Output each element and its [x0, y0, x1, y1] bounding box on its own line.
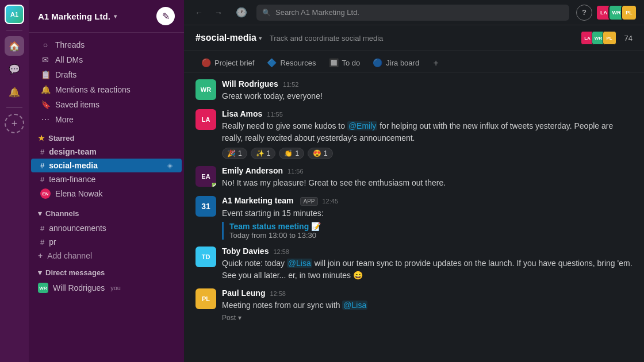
add-tab-button[interactable]: + [428, 56, 443, 71]
starred-label: Starred [48, 134, 75, 143]
tab-project-brief[interactable]: 🔴 Project brief [195, 55, 260, 72]
msg-avatar: LA [195, 109, 216, 130]
reactions: 🎉 1 ✨ 1 👏 1 😍 1 [222, 148, 632, 159]
will-avatar: WR [38, 283, 48, 293]
msg-body: A1 Marketing team APP 12:45 Event starti… [222, 196, 632, 240]
tab-to-do[interactable]: 🔲 To do [323, 55, 366, 72]
dm-label: Direct messages [45, 268, 105, 277]
tab-resources[interactable]: 🔷 Resources [261, 55, 321, 72]
msg-body: Toby Davies 12:58 Quick note: today @Lis… [222, 247, 632, 282]
channel-label: team-finance [49, 175, 95, 184]
channel-chevron: ▾ [259, 35, 262, 41]
msg-text: No! It was my pleasure! Great to see the… [222, 177, 632, 189]
help-label: ? [582, 8, 586, 17]
sidebar-channel-announcements[interactable]: # announcements [31, 221, 182, 235]
channels-section-header[interactable]: ▾ Channels [29, 206, 184, 221]
workspace-name[interactable]: A1 Marketing Ltd. ▾ [38, 11, 117, 21]
sidebar-channel-social-media[interactable]: # social-media ◈ [31, 159, 182, 172]
elena-label: Elena Nowak [55, 189, 103, 198]
search-icon: 🔍 [262, 9, 271, 17]
msg-body: Lisa Amos 11:55 Really need to give some… [222, 109, 632, 159]
tab-jira-board[interactable]: 🔵 Jira board [367, 55, 425, 72]
home-icon[interactable]: 🏠 [5, 36, 24, 56]
sidebar-item-label: More [55, 115, 74, 124]
msg-text: Meeting notes from our sync with @Lisa [222, 299, 632, 311]
hash-icon: # [40, 148, 44, 156]
back-button[interactable]: ← [191, 5, 207, 21]
channel-title-area: #social-media ▾ Track and coordinate soc… [195, 33, 383, 43]
will-label: Will Rodrigues [53, 283, 105, 292]
messages-area[interactable]: WR Will Rodrigues 11:52 Great work today… [184, 72, 644, 362]
all-dms-icon: ✉ [40, 55, 51, 64]
hash-icon: # [40, 175, 44, 184]
channel-name[interactable]: #social-media ▾ [195, 33, 262, 43]
help-button[interactable]: ? [576, 5, 592, 21]
msg-body: Will Rodrigues 11:52 Great work today, e… [222, 79, 632, 102]
sidebar-channel-pr[interactable]: # pr [31, 235, 182, 249]
msg-author: Paul Leung [222, 288, 265, 298]
sidebar-item-all-dms[interactable]: ✉ All DMs [31, 52, 182, 67]
sidebar-item-label: Mentions & reactions [55, 85, 131, 94]
hash-icon: # [40, 161, 44, 170]
user-avatars: LA WR PL [599, 5, 637, 21]
msg-avatar: WR [195, 79, 216, 100]
message-row: LA Lisa Amos 11:55 Really need to give s… [195, 109, 632, 159]
activity-icon[interactable]: 🔔 [5, 82, 24, 102]
compose-button[interactable]: ✎ [156, 7, 175, 25]
msg-header: Lisa Amos 11:55 [222, 109, 632, 118]
channel-label: social-media [49, 161, 98, 170]
starred-header[interactable]: ★ Starred [29, 132, 184, 145]
dm-section-header[interactable]: ▾ Direct messages [29, 265, 184, 280]
reaction-clap[interactable]: 👏 1 [279, 148, 304, 159]
msg-time: 12:58 [270, 290, 286, 297]
msg-time: 12:58 [273, 248, 289, 255]
star-icon: ★ [38, 134, 45, 143]
sidebar-dm-will[interactable]: WR Will Rodrigues you [29, 280, 184, 295]
sidebar-channel-design-team[interactable]: # design-team [31, 145, 182, 159]
history-button[interactable]: 🕐 [233, 5, 250, 21]
quoted-title[interactable]: Team status meeting 📝 [229, 222, 632, 231]
mention-emily[interactable]: @Emily [347, 121, 377, 130]
workspace-icon[interactable]: A1 [5, 5, 24, 24]
post-label: Post [222, 314, 236, 322]
sidebar-item-more[interactable]: ⋯ More [31, 112, 182, 127]
channel-header: #social-media ▾ Track and coordinate soc… [184, 25, 644, 51]
add-channel-button[interactable]: + Add channel [29, 249, 184, 263]
msg-header: Paul Leung 12:58 [222, 288, 632, 298]
you-badge: you [110, 284, 121, 291]
hash-icon: # [40, 224, 44, 233]
to-do-icon: 🔲 [329, 58, 339, 67]
msg-header: Toby Davies 12:58 [222, 247, 632, 256]
msg-text: Really need to give some kudos to @Emily… [222, 120, 632, 144]
sidebar-channel-team-finance[interactable]: # team-finance [31, 172, 182, 186]
channel-label: pr [49, 237, 56, 247]
dm-icon[interactable]: 💬 [5, 59, 24, 79]
reaction-party[interactable]: 🎉 1 [222, 148, 247, 159]
post-button[interactable]: Post ▾ [222, 314, 241, 322]
search-bar[interactable]: 🔍 Search A1 Marketing Ltd. [256, 5, 569, 21]
msg-text: Great work today, everyone! [222, 90, 632, 102]
sidebar-item-mentions[interactable]: 🔔 Mentions & reactions [31, 82, 182, 97]
add-workspace-button[interactable]: + [5, 114, 24, 133]
msg-header: A1 Marketing team APP 12:45 [222, 196, 632, 206]
sidebar-item-threads[interactable]: ○ Threads [31, 37, 182, 52]
jira-icon: 🔵 [373, 58, 382, 67]
msg-author: Will Rodrigues [222, 79, 278, 88]
mention-lisa-2[interactable]: @Lisa [342, 301, 367, 310]
add-icon: + [38, 251, 43, 260]
sidebar-dm-elena[interactable]: EN Elena Nowak [31, 186, 182, 201]
reaction-heart-eyes[interactable]: 😍 1 [308, 148, 333, 159]
member-avatars[interactable]: LA WR PL [581, 31, 616, 45]
msg-header: Will Rodrigues 11:52 [222, 79, 632, 88]
member-count: 74 [624, 34, 632, 43]
sidebar-item-drafts[interactable]: 📋 Drafts [31, 67, 182, 82]
saved-icon: 🔖 [40, 100, 51, 109]
forward-button[interactable]: → [210, 5, 227, 21]
channel-tabs: 🔴 Project brief 🔷 Resources 🔲 To do 🔵 Ji… [184, 51, 644, 72]
sidebar-header: A1 Marketing Ltd. ▾ ✎ [29, 0, 184, 33]
add-channel-label: Add channel [47, 251, 92, 260]
reaction-sparkles[interactable]: ✨ 1 [251, 148, 276, 159]
mention-lisa[interactable]: @Lisa [287, 259, 312, 268]
strip-divider-2 [6, 107, 22, 108]
sidebar-item-saved[interactable]: 🔖 Saved items [31, 97, 182, 112]
